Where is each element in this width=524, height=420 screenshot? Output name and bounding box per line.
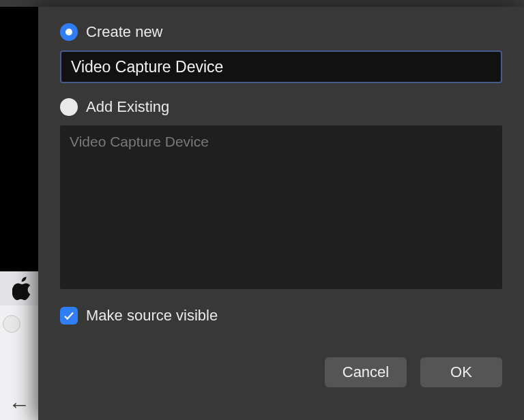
window-chrome-strip [0, 0, 524, 7]
checkbox-checked-icon [60, 307, 78, 325]
source-name-input[interactable] [60, 50, 502, 83]
back-arrow-icon: ← [8, 392, 30, 417]
background-circle [3, 315, 20, 333]
dialog-button-row: Cancel OK [60, 357, 502, 387]
create-new-label: Create new [86, 23, 163, 41]
radio-unselected-icon [60, 98, 78, 116]
list-item[interactable]: Video Capture Device [70, 132, 493, 151]
add-existing-label: Add Existing [86, 98, 169, 116]
ok-button[interactable]: OK [420, 357, 502, 387]
make-visible-label: Make source visible [86, 307, 218, 325]
create-new-radio-row[interactable]: Create new [60, 23, 502, 41]
radio-selected-icon [60, 23, 78, 41]
apple-logo-icon [12, 277, 33, 300]
existing-sources-list[interactable]: Video Capture Device [60, 125, 502, 289]
make-visible-checkbox-row[interactable]: Make source visible [60, 307, 502, 325]
create-source-dialog: Create new Add Existing Video Capture De… [38, 7, 524, 420]
cancel-button[interactable]: Cancel [325, 357, 407, 387]
add-existing-radio-row[interactable]: Add Existing [60, 98, 502, 116]
